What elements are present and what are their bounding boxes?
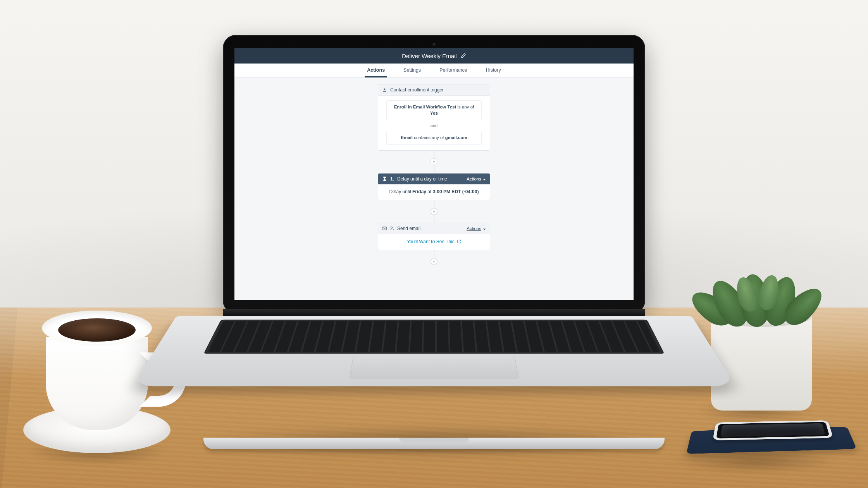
hourglass-icon (382, 176, 387, 181)
delay-header: 1. Delay until a day or time Actions (378, 174, 490, 184)
workflow-app: Deliver Weekly Email Actions Settings Pe… (234, 48, 634, 300)
add-step-button[interactable]: + (431, 208, 437, 215)
delay-actions-menu[interactable]: Actions (467, 177, 486, 181)
tab-settings[interactable]: Settings (401, 64, 423, 77)
trigger-rule-1[interactable]: Enroll in Email Workflow Test is any of … (386, 100, 482, 120)
step-index: 1. (390, 176, 394, 182)
connector (434, 250, 434, 258)
titlebar: Deliver Weekly Email (234, 48, 634, 64)
trigger-title: Contact enrollment trigger (390, 87, 444, 93)
trigger-body: Enroll in Email Workflow Test is any of … (378, 96, 490, 150)
send-email-header: 2. Send email Actions (378, 223, 490, 234)
send-email-actions-menu[interactable]: Actions (467, 226, 486, 231)
delay-title: Delay until a day or time (397, 176, 447, 182)
tab-history[interactable]: History (484, 64, 503, 77)
tab-actions[interactable]: Actions (365, 64, 387, 77)
webcam-icon (432, 43, 436, 46)
connector (434, 200, 434, 208)
laptop: Deliver Weekly Email Actions Settings Pe… (176, 31, 692, 473)
laptop-deck (133, 316, 736, 386)
connector (434, 151, 434, 158)
add-step-button[interactable]: + (431, 158, 437, 165)
tab-bar: Actions Settings Performance History (234, 64, 634, 78)
scene-photo: Deliver Weekly Email Actions Settings Pe… (0, 0, 868, 488)
caret-down-icon (483, 177, 486, 180)
coffee-cup (46, 337, 148, 430)
delay-body: Delay until Friday at 3:00 PM EDT (-04:0… (378, 184, 490, 200)
envelope-icon (382, 226, 387, 231)
external-link-icon (457, 239, 461, 244)
svg-point-0 (384, 88, 385, 90)
smartphone (713, 420, 833, 440)
connector (434, 165, 434, 173)
email-link[interactable]: You'll Want to See This (378, 234, 490, 250)
add-step-button[interactable]: + (431, 258, 437, 265)
contact-icon (382, 88, 387, 93)
caret-down-icon (483, 227, 486, 230)
trigger-header: Contact enrollment trigger (378, 84, 490, 96)
step-index: 2. (390, 226, 394, 231)
coffee-liquid (58, 318, 136, 342)
keyboard (203, 320, 665, 354)
laptop-notch (399, 438, 469, 443)
send-email-title: Send email (397, 226, 420, 231)
trackpad (349, 356, 519, 379)
laptop-screen: Deliver Weekly Email Actions Settings Pe… (234, 48, 634, 300)
workflow-canvas[interactable]: Contact enrollment trigger Enroll in Ema… (234, 78, 634, 300)
send-email-step-card[interactable]: 2. Send email Actions (378, 223, 490, 250)
connector (434, 215, 434, 223)
rule-joiner: and (431, 123, 437, 128)
workflow-flow: Contact enrollment trigger Enroll in Ema… (378, 84, 490, 296)
trigger-rule-2[interactable]: Email contains any of gmail.com (386, 131, 482, 145)
enrollment-trigger-card[interactable]: Contact enrollment trigger Enroll in Ema… (378, 84, 490, 151)
edit-title-icon[interactable] (461, 53, 466, 58)
tab-performance[interactable]: Performance (437, 64, 470, 77)
succulent (701, 240, 810, 325)
page-title: Deliver Weekly Email (402, 53, 456, 59)
delay-step-card[interactable]: 1. Delay until a day or time Actions (378, 173, 490, 200)
